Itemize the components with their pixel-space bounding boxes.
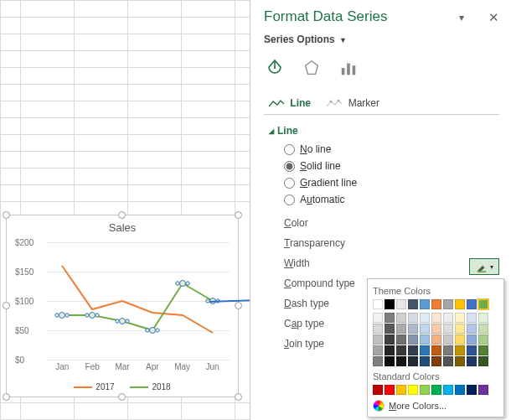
- color-swatch[interactable]: [385, 313, 395, 323]
- svg-point-1: [55, 314, 59, 317]
- resize-handle[interactable]: [235, 211, 242, 219]
- color-swatch[interactable]: [420, 345, 430, 355]
- plot-area[interactable]: $200 $150 $100 $50 $0 Jan Feb Mar Apr Ma…: [15, 242, 230, 360]
- color-swatch[interactable]: [373, 385, 383, 395]
- color-swatch[interactable]: [373, 345, 383, 355]
- resize-handle[interactable]: [118, 211, 126, 219]
- color-swatch[interactable]: [408, 313, 418, 323]
- chart-object[interactable]: Sales $200 $150 $100 $50 $0 Jan Feb Mar …: [6, 215, 239, 397]
- radio-automatic[interactable]: Automatic: [284, 194, 499, 205]
- color-swatch[interactable]: [455, 356, 465, 366]
- color-swatch[interactable]: [455, 299, 465, 309]
- color-swatch[interactable]: [373, 299, 383, 309]
- color-swatch[interactable]: [396, 334, 406, 345]
- resize-handle[interactable]: [235, 393, 242, 401]
- more-colors-button[interactable]: More Colors...: [373, 400, 498, 412]
- color-dropdown-button[interactable]: ▾: [469, 258, 499, 275]
- color-swatch[interactable]: [431, 356, 441, 366]
- color-swatch[interactable]: [478, 356, 488, 366]
- color-swatch[interactable]: [443, 299, 453, 309]
- radio-solid-line[interactable]: Solid line: [284, 160, 499, 172]
- color-swatch[interactable]: [455, 334, 465, 345]
- chart-legend[interactable]: 2017 2018: [7, 382, 238, 391]
- color-swatch[interactable]: [420, 334, 430, 345]
- color-swatch[interactable]: [467, 324, 477, 334]
- color-swatch[interactable]: [420, 324, 430, 334]
- color-swatch[interactable]: [467, 313, 477, 323]
- color-swatch[interactable]: [396, 324, 406, 334]
- color-swatch[interactable]: [478, 385, 488, 395]
- series-options-icon[interactable]: [338, 57, 359, 79]
- resize-handle[interactable]: [3, 211, 10, 219]
- color-swatch[interactable]: [420, 299, 430, 309]
- color-swatch[interactable]: [408, 324, 418, 334]
- color-swatch[interactable]: [420, 313, 430, 323]
- color-swatch[interactable]: [385, 356, 395, 366]
- color-swatch[interactable]: [478, 334, 488, 345]
- color-swatch[interactable]: [396, 385, 406, 395]
- color-swatch[interactable]: [455, 385, 465, 395]
- color-swatch[interactable]: [396, 345, 406, 355]
- color-swatch[interactable]: [373, 313, 383, 323]
- x-tick: Jun: [205, 362, 219, 371]
- color-swatch[interactable]: [431, 313, 441, 323]
- color-swatch[interactable]: [408, 385, 418, 395]
- color-swatch[interactable]: [443, 334, 453, 345]
- color-swatch[interactable]: [373, 356, 383, 366]
- tab-marker[interactable]: Marker: [322, 92, 388, 114]
- color-swatch[interactable]: [478, 324, 488, 334]
- task-pane-dropdown-icon[interactable]: ▾: [459, 12, 464, 23]
- color-swatch[interactable]: [467, 334, 477, 345]
- color-swatch[interactable]: [431, 299, 441, 309]
- tab-line[interactable]: Line: [264, 92, 319, 114]
- color-swatch[interactable]: [431, 334, 441, 345]
- color-swatch[interactable]: [385, 334, 395, 345]
- color-swatch[interactable]: [396, 313, 406, 323]
- color-swatch[interactable]: [420, 356, 430, 366]
- color-swatch[interactable]: [408, 345, 418, 355]
- color-swatch[interactable]: [396, 356, 406, 366]
- color-swatch[interactable]: [408, 299, 418, 309]
- color-swatch[interactable]: [455, 313, 465, 323]
- resize-handle[interactable]: [3, 393, 10, 401]
- color-swatch[interactable]: [385, 385, 395, 395]
- color-swatch[interactable]: [467, 385, 477, 395]
- color-swatch[interactable]: [443, 385, 453, 395]
- effects-icon[interactable]: [301, 57, 323, 79]
- color-swatch[interactable]: [385, 324, 395, 334]
- radio-gradient-line[interactable]: Gradient line: [284, 177, 499, 189]
- color-swatch[interactable]: [408, 334, 418, 345]
- color-swatch[interactable]: [443, 324, 453, 334]
- color-swatch[interactable]: [455, 324, 465, 334]
- color-swatch[interactable]: [408, 356, 418, 366]
- color-swatch[interactable]: [373, 334, 383, 345]
- color-swatch[interactable]: [467, 356, 477, 366]
- color-swatch[interactable]: [431, 345, 441, 355]
- color-swatch-selected[interactable]: [478, 299, 488, 309]
- color-swatch[interactable]: [443, 345, 453, 355]
- color-swatch[interactable]: [443, 313, 453, 323]
- series-2017[interactable]: [62, 266, 213, 333]
- resize-handle[interactable]: [3, 302, 10, 309]
- color-swatch[interactable]: [467, 345, 477, 355]
- color-swatch[interactable]: [373, 324, 383, 334]
- resize-handle[interactable]: [235, 302, 242, 309]
- color-swatch[interactable]: [396, 299, 406, 309]
- worksheet-grid[interactable]: Sales $200 $150 $100 $50 $0 Jan Feb Mar …: [0, 0, 250, 420]
- fill-and-line-icon[interactable]: [264, 57, 286, 79]
- color-swatch[interactable]: [478, 345, 488, 355]
- line-section-header[interactable]: Line: [269, 125, 499, 137]
- color-swatch[interactable]: [478, 313, 488, 323]
- color-swatch[interactable]: [467, 299, 477, 309]
- color-swatch[interactable]: [385, 299, 395, 309]
- color-swatch[interactable]: [443, 356, 453, 366]
- radio-no-line[interactable]: No line: [284, 143, 499, 155]
- color-swatch[interactable]: [455, 345, 465, 355]
- color-swatch[interactable]: [385, 345, 395, 355]
- resize-handle[interactable]: [118, 393, 126, 401]
- color-swatch[interactable]: [431, 324, 441, 334]
- color-swatch[interactable]: [420, 385, 430, 395]
- series-options-selector[interactable]: Series Options ▼: [264, 34, 499, 45]
- close-button[interactable]: ✕: [488, 10, 499, 25]
- color-swatch[interactable]: [431, 385, 441, 395]
